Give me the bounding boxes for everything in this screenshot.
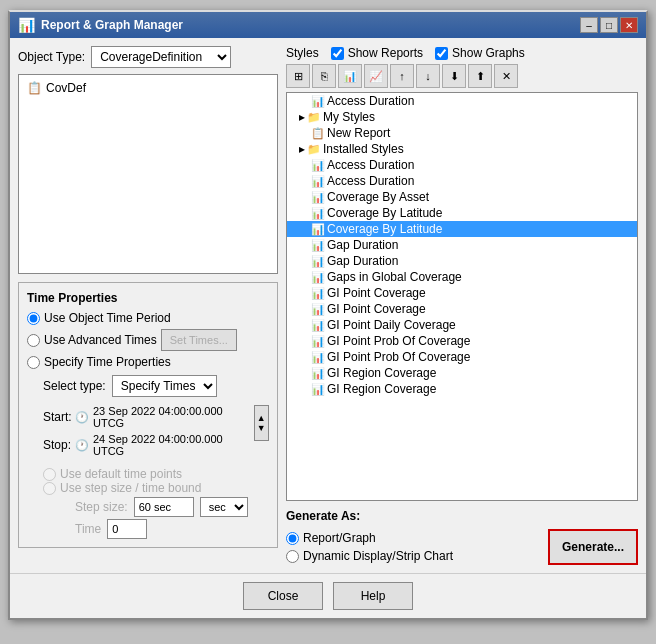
tree-item[interactable]: 📊 GI Point Coverage: [287, 285, 637, 301]
time-properties-panel: Time Properties Use Object Time Period U…: [18, 282, 278, 548]
tree-item-label: Access Duration: [327, 158, 414, 172]
object-list[interactable]: 📋 CovDef: [18, 74, 278, 274]
use-advanced-times-row: Use Advanced Times Set Times...: [27, 329, 269, 351]
step-size-unit-select[interactable]: sec: [200, 497, 248, 517]
right-panel: Styles Show Reports Show Graphs ⊞ ⎘ 📊 📈 …: [286, 46, 638, 565]
start-time-row: Start: 🕐 23 Sep 2022 04:00:00.000 UTCG: [43, 405, 248, 429]
tree-item[interactable]: 📊 GI Point Prob Of Coverage: [287, 349, 637, 365]
object-item-label: CovDef: [46, 81, 86, 95]
tree-item-label: Access Duration: [327, 94, 414, 108]
chart-down-btn[interactable]: ↓: [416, 64, 440, 88]
report-graph-radio[interactable]: [286, 532, 299, 545]
use-step-radio[interactable]: [43, 482, 56, 495]
time-nav-button[interactable]: ▲▼: [254, 405, 269, 441]
time-bound-options: Use default time points Use step size / …: [43, 467, 269, 539]
time-range-container: Start: 🕐 23 Sep 2022 04:00:00.000 UTCG S…: [43, 405, 269, 459]
new-table-btn[interactable]: ⊞: [286, 64, 310, 88]
time-label: Time: [75, 522, 101, 536]
help-button[interactable]: Help: [333, 582, 413, 610]
close-window-button[interactable]: ✕: [620, 17, 638, 33]
specify-time-row: Specify Time Properties: [27, 355, 269, 369]
tree-item-icon: 📊: [311, 271, 325, 284]
specify-time-radio[interactable]: [27, 356, 40, 369]
set-times-button[interactable]: Set Times...: [161, 329, 237, 351]
styles-tree[interactable]: 📊 Access Duration▸ 📁 My Styles📋 New Repo…: [286, 92, 638, 501]
time-input[interactable]: [107, 519, 147, 539]
window-icon: 📊: [18, 17, 35, 33]
tree-item[interactable]: 📊 Gaps in Global Coverage: [287, 269, 637, 285]
tree-item[interactable]: 📊 GI Point Daily Coverage: [287, 317, 637, 333]
export-btn[interactable]: ⬆: [468, 64, 492, 88]
tree-item[interactable]: 📊 GI Point Prob Of Coverage: [287, 333, 637, 349]
bottom-buttons: Close Help: [10, 573, 646, 618]
left-panel: Object Type: CoverageDefinition 📋 CovDef…: [18, 46, 278, 565]
close-button[interactable]: Close: [243, 582, 323, 610]
tree-item[interactable]: 📊 GI Point Coverage: [287, 301, 637, 317]
tree-item-label: New Report: [327, 126, 390, 140]
tree-item-label: Access Duration: [327, 174, 414, 188]
tree-item-label: GI Point Coverage: [327, 286, 426, 300]
copy-btn[interactable]: ⎘: [312, 64, 336, 88]
tree-item-label: Gap Duration: [327, 238, 398, 252]
show-reports-checkbox[interactable]: [331, 47, 344, 60]
tree-item[interactable]: 📊 Coverage By Latitude: [287, 221, 637, 237]
time-properties-title: Time Properties: [27, 291, 269, 305]
show-graphs-row: Show Graphs: [435, 46, 525, 60]
tree-item-icon: 📊: [311, 239, 325, 252]
tree-item[interactable]: 📊 Access Duration: [287, 173, 637, 189]
styles-label: Styles: [286, 46, 319, 60]
chart-bar-btn[interactable]: 📊: [338, 64, 362, 88]
tree-item[interactable]: 📊 Access Duration: [287, 93, 637, 109]
dynamic-display-radio[interactable]: [286, 550, 299, 563]
specify-time-label: Specify Time Properties: [44, 355, 171, 369]
tree-item[interactable]: 📊 GI Region Coverage: [287, 365, 637, 381]
tree-item-icon: 📊: [311, 159, 325, 172]
tree-item-icon: 📊: [311, 351, 325, 364]
dynamic-display-label: Dynamic Display/Strip Chart: [303, 549, 453, 563]
start-clock-icon: 🕐: [75, 411, 89, 424]
step-size-input[interactable]: [134, 497, 194, 517]
tree-item-label: Coverage By Latitude: [327, 206, 442, 220]
import-btn[interactable]: ⬇: [442, 64, 466, 88]
generate-as-section: Generate As: Report/Graph Dynamic Displa…: [286, 509, 638, 565]
tree-item-icon: 📊: [311, 223, 325, 236]
show-graphs-checkbox[interactable]: [435, 47, 448, 60]
use-default-row: Use default time points: [43, 467, 269, 481]
tree-item[interactable]: ▸ 📁 My Styles: [287, 109, 637, 125]
generate-button[interactable]: Generate...: [548, 529, 638, 565]
generate-as-row: Report/Graph Dynamic Display/Strip Chart…: [286, 529, 638, 565]
tree-item[interactable]: ▸ 📁 Installed Styles: [287, 141, 637, 157]
list-item[interactable]: 📋 CovDef: [23, 79, 273, 97]
chart-line-btn[interactable]: 📈: [364, 64, 388, 88]
use-default-radio[interactable]: [43, 468, 56, 481]
tree-item-icon: 📊: [311, 255, 325, 268]
report-graph-row: Report/Graph: [286, 531, 453, 545]
delete-btn[interactable]: ✕: [494, 64, 518, 88]
time-fields: Start: 🕐 23 Sep 2022 04:00:00.000 UTCG S…: [43, 405, 248, 459]
use-default-label: Use default time points: [60, 467, 182, 481]
tree-item[interactable]: 📋 New Report: [287, 125, 637, 141]
chart-up-btn[interactable]: ↑: [390, 64, 414, 88]
tree-item[interactable]: 📊 Coverage By Asset: [287, 189, 637, 205]
start-label: Start:: [43, 410, 71, 424]
select-type-dropdown[interactable]: Specify Times: [112, 375, 217, 397]
restore-button[interactable]: □: [600, 17, 618, 33]
main-window: 📊 Report & Graph Manager – □ ✕ Object Ty…: [8, 10, 648, 620]
tree-item[interactable]: 📊 Coverage By Latitude: [287, 205, 637, 221]
title-bar-left: 📊 Report & Graph Manager: [18, 17, 183, 33]
tree-item[interactable]: 📊 GI Region Coverage: [287, 381, 637, 397]
tree-item[interactable]: 📊 Access Duration: [287, 157, 637, 173]
tree-item-label: GI Point Prob Of Coverage: [327, 334, 470, 348]
tree-item-label: Installed Styles: [323, 142, 404, 156]
use-advanced-times-radio[interactable]: [27, 334, 40, 347]
tree-item[interactable]: 📊 Gap Duration: [287, 253, 637, 269]
tree-item-icon: 📊: [311, 175, 325, 188]
tree-item-icon: 📊: [311, 191, 325, 204]
object-type-row: Object Type: CoverageDefinition: [18, 46, 278, 68]
object-type-select[interactable]: CoverageDefinition: [91, 46, 231, 68]
use-object-time-radio[interactable]: [27, 312, 40, 325]
tree-item-icon: 📋: [311, 127, 325, 140]
tree-item[interactable]: 📊 Gap Duration: [287, 237, 637, 253]
tree-item-label: Gaps in Global Coverage: [327, 270, 462, 284]
minimize-button[interactable]: –: [580, 17, 598, 33]
